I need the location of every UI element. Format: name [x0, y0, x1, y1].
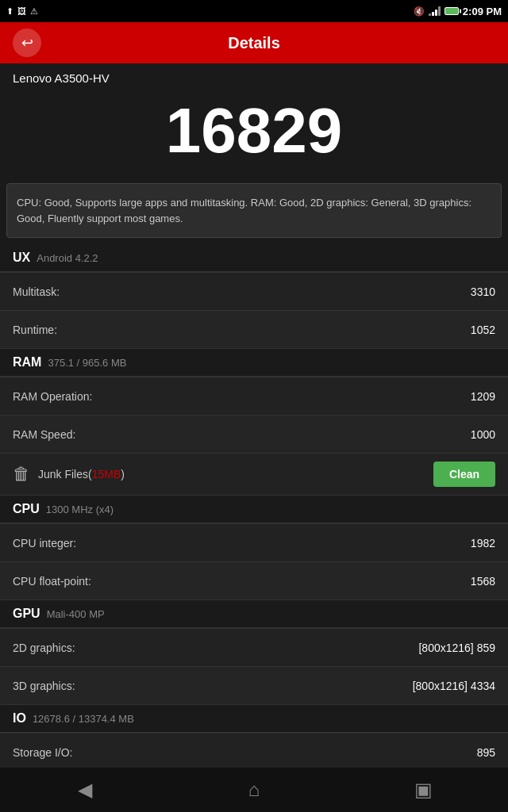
section-header-ux: UX Android 4.2.2 [0, 244, 508, 268]
row-value: [800x1216] 4334 [413, 680, 495, 692]
status-icons-right: 🔇 2:09 PM [414, 6, 502, 17]
cpu-rows: CPU integer: 1982 CPU float-point: 1568 [0, 524, 508, 600]
row-value: 1568 [471, 575, 495, 588]
junk-icon: 🗑 [13, 464, 30, 485]
table-row: CPU float-point: 1568 [0, 562, 508, 600]
row-label: 3D graphics: [13, 680, 75, 692]
page-title: Details [54, 34, 454, 52]
row-label: Runtime: [13, 324, 57, 336]
row-label: 2D graphics: [13, 642, 75, 654]
back-nav-icon: ◀ [78, 779, 92, 801]
back-nav-button[interactable]: ◀ [61, 774, 109, 806]
mute-icon: 🔇 [414, 6, 425, 17]
device-name: Lenovo A3500-HV [0, 63, 508, 86]
back-button[interactable]: ↩ [13, 29, 41, 57]
table-row: Runtime: 1052 [0, 311, 508, 349]
row-label: Multitask: [13, 285, 60, 298]
table-row: RAM Speed: 1000 [0, 416, 508, 454]
row-value: 1982 [471, 537, 495, 550]
row-label: RAM Speed: [13, 428, 75, 441]
section-header-cpu: CPU 1300 MHz (x4) [0, 496, 508, 519]
image-icon: 🖼 [17, 6, 26, 16]
cpu-sub: 1300 MHz (x4) [46, 504, 114, 515]
row-value: 3310 [471, 285, 495, 298]
junk-files-row: 🗑 Junk Files(15MB) Clean [0, 454, 508, 496]
row-label: Storage I/O: [13, 746, 72, 759]
row-label: RAM Operation: [13, 390, 92, 403]
ram-label: RAM [13, 355, 41, 370]
junk-label: Junk Files(15MB) [38, 468, 425, 481]
status-bar: ⬆ 🖼 ⚠ 🔇 2:09 PM [0, 0, 508, 22]
gpu-rows: 2D graphics: [800x1216] 859 3D graphics:… [0, 629, 508, 705]
ux-sub: Android 4.2.2 [37, 252, 98, 264]
gpu-sub: Mali-400 MP [47, 608, 105, 620]
signal-bar-2 [432, 12, 434, 16]
warning-icon: ⚠ [30, 6, 38, 17]
home-nav-button[interactable]: ⌂ [230, 774, 278, 806]
row-label: CPU float-point: [13, 575, 91, 588]
table-row: Storage I/O: 895 [0, 733, 508, 768]
table-row: RAM Operation: 1209 [0, 377, 508, 416]
main-content: Lenovo A3500-HV 16829 CPU: Good, Support… [0, 63, 508, 768]
benchmark-score: 16829 [166, 95, 342, 166]
signal-bars [429, 6, 441, 16]
io-label: IO [13, 711, 26, 726]
section-header-io: IO 12678.6 / 13374.4 MB [0, 705, 508, 729]
row-value: 895 [477, 746, 495, 759]
ux-label: UX [13, 251, 30, 265]
signal-bar-1 [429, 13, 431, 16]
recent-nav-icon: ▣ [414, 779, 433, 801]
score-container: 16829 [0, 86, 508, 183]
ux-rows: Multitask: 3310 Runtime: 1052 [0, 273, 508, 349]
ram-rows: RAM Operation: 1209 RAM Speed: 1000 🗑 Ju… [0, 377, 508, 496]
table-row: 3D graphics: [800x1216] 4334 [0, 667, 508, 705]
app-header: ↩ Details [0, 22, 508, 63]
row-value: [800x1216] 859 [418, 642, 495, 654]
junk-size: 15MB [92, 468, 121, 481]
row-value: 1000 [471, 428, 495, 441]
description-box: CPU: Good, Supports large apps and multi… [6, 183, 502, 238]
row-value: 1209 [471, 390, 495, 403]
row-value: 1052 [471, 324, 495, 336]
io-rows: Storage I/O: 895 Database I/O: 620 [0, 733, 508, 768]
battery-icon [444, 7, 459, 15]
gpu-label: GPU [13, 607, 40, 621]
recent-nav-button[interactable]: ▣ [399, 774, 447, 806]
row-label: CPU integer: [13, 537, 76, 550]
signal-bar-3 [435, 10, 437, 16]
section-header-ram: RAM 375.1 / 965.6 MB [0, 349, 508, 373]
status-icons-left: ⬆ 🖼 ⚠ [6, 6, 38, 17]
usb-icon: ⬆ [6, 6, 13, 17]
cpu-label: CPU [13, 502, 40, 516]
table-row: CPU integer: 1982 [0, 524, 508, 562]
io-sub: 12678.6 / 13374.4 MB [33, 713, 134, 725]
home-nav-icon: ⌂ [248, 779, 260, 801]
table-row: Multitask: 3310 [0, 273, 508, 311]
table-row: 2D graphics: [800x1216] 859 [0, 629, 508, 667]
section-header-gpu: GPU Mali-400 MP [0, 600, 508, 624]
signal-bar-4 [438, 6, 441, 16]
clean-button[interactable]: Clean [433, 462, 495, 487]
status-time: 2:09 PM [463, 6, 502, 17]
bottom-navigation: ◀ ⌂ ▣ [0, 768, 508, 812]
back-icon: ↩ [21, 34, 33, 52]
ram-sub: 375.1 / 965.6 MB [48, 357, 126, 369]
